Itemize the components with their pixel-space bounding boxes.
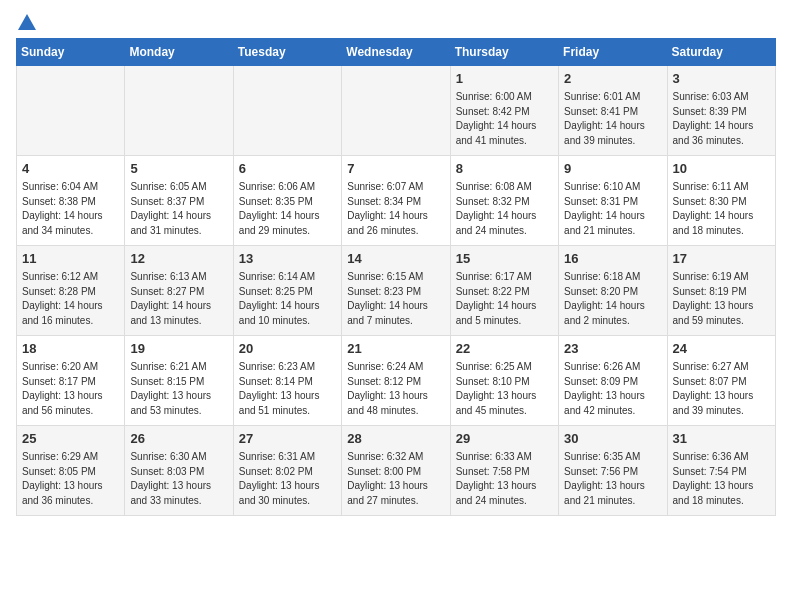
calendar-week-row: 4Sunrise: 6:04 AM Sunset: 8:38 PM Daylig… bbox=[17, 156, 776, 246]
day-number: 12 bbox=[130, 250, 227, 268]
calendar-cell: 21Sunrise: 6:24 AM Sunset: 8:12 PM Dayli… bbox=[342, 336, 450, 426]
day-info: Sunrise: 6:03 AM Sunset: 8:39 PM Dayligh… bbox=[673, 90, 770, 148]
day-number: 7 bbox=[347, 160, 444, 178]
calendar-cell: 27Sunrise: 6:31 AM Sunset: 8:02 PM Dayli… bbox=[233, 426, 341, 516]
day-number: 26 bbox=[130, 430, 227, 448]
calendar-cell: 4Sunrise: 6:04 AM Sunset: 8:38 PM Daylig… bbox=[17, 156, 125, 246]
header-thursday: Thursday bbox=[450, 39, 558, 66]
day-number: 30 bbox=[564, 430, 661, 448]
day-info: Sunrise: 6:15 AM Sunset: 8:23 PM Dayligh… bbox=[347, 270, 444, 328]
calendar-cell: 18Sunrise: 6:20 AM Sunset: 8:17 PM Dayli… bbox=[17, 336, 125, 426]
day-info: Sunrise: 6:32 AM Sunset: 8:00 PM Dayligh… bbox=[347, 450, 444, 508]
day-number: 5 bbox=[130, 160, 227, 178]
day-info: Sunrise: 6:13 AM Sunset: 8:27 PM Dayligh… bbox=[130, 270, 227, 328]
calendar-header-row: SundayMondayTuesdayWednesdayThursdayFrid… bbox=[17, 39, 776, 66]
logo bbox=[16, 16, 36, 30]
day-number: 24 bbox=[673, 340, 770, 358]
day-number: 4 bbox=[22, 160, 119, 178]
day-number: 17 bbox=[673, 250, 770, 268]
calendar-cell bbox=[17, 66, 125, 156]
calendar-cell: 22Sunrise: 6:25 AM Sunset: 8:10 PM Dayli… bbox=[450, 336, 558, 426]
day-number: 1 bbox=[456, 70, 553, 88]
header-saturday: Saturday bbox=[667, 39, 775, 66]
day-info: Sunrise: 6:24 AM Sunset: 8:12 PM Dayligh… bbox=[347, 360, 444, 418]
calendar-cell: 26Sunrise: 6:30 AM Sunset: 8:03 PM Dayli… bbox=[125, 426, 233, 516]
calendar-cell: 25Sunrise: 6:29 AM Sunset: 8:05 PM Dayli… bbox=[17, 426, 125, 516]
calendar-cell: 9Sunrise: 6:10 AM Sunset: 8:31 PM Daylig… bbox=[559, 156, 667, 246]
calendar-cell bbox=[233, 66, 341, 156]
day-info: Sunrise: 6:14 AM Sunset: 8:25 PM Dayligh… bbox=[239, 270, 336, 328]
day-info: Sunrise: 6:18 AM Sunset: 8:20 PM Dayligh… bbox=[564, 270, 661, 328]
day-number: 16 bbox=[564, 250, 661, 268]
day-number: 11 bbox=[22, 250, 119, 268]
header-wednesday: Wednesday bbox=[342, 39, 450, 66]
day-info: Sunrise: 6:10 AM Sunset: 8:31 PM Dayligh… bbox=[564, 180, 661, 238]
day-number: 10 bbox=[673, 160, 770, 178]
day-number: 2 bbox=[564, 70, 661, 88]
day-info: Sunrise: 6:04 AM Sunset: 8:38 PM Dayligh… bbox=[22, 180, 119, 238]
day-number: 20 bbox=[239, 340, 336, 358]
day-number: 22 bbox=[456, 340, 553, 358]
header-monday: Monday bbox=[125, 39, 233, 66]
calendar-cell: 29Sunrise: 6:33 AM Sunset: 7:58 PM Dayli… bbox=[450, 426, 558, 516]
day-info: Sunrise: 6:07 AM Sunset: 8:34 PM Dayligh… bbox=[347, 180, 444, 238]
day-number: 27 bbox=[239, 430, 336, 448]
calendar-cell: 30Sunrise: 6:35 AM Sunset: 7:56 PM Dayli… bbox=[559, 426, 667, 516]
day-info: Sunrise: 6:26 AM Sunset: 8:09 PM Dayligh… bbox=[564, 360, 661, 418]
calendar-cell: 20Sunrise: 6:23 AM Sunset: 8:14 PM Dayli… bbox=[233, 336, 341, 426]
day-info: Sunrise: 6:35 AM Sunset: 7:56 PM Dayligh… bbox=[564, 450, 661, 508]
calendar-cell: 11Sunrise: 6:12 AM Sunset: 8:28 PM Dayli… bbox=[17, 246, 125, 336]
day-info: Sunrise: 6:29 AM Sunset: 8:05 PM Dayligh… bbox=[22, 450, 119, 508]
day-number: 8 bbox=[456, 160, 553, 178]
day-info: Sunrise: 6:05 AM Sunset: 8:37 PM Dayligh… bbox=[130, 180, 227, 238]
day-info: Sunrise: 6:30 AM Sunset: 8:03 PM Dayligh… bbox=[130, 450, 227, 508]
logo-icon bbox=[18, 14, 36, 30]
day-info: Sunrise: 6:11 AM Sunset: 8:30 PM Dayligh… bbox=[673, 180, 770, 238]
page-header bbox=[16, 16, 776, 30]
day-info: Sunrise: 6:06 AM Sunset: 8:35 PM Dayligh… bbox=[239, 180, 336, 238]
day-number: 23 bbox=[564, 340, 661, 358]
calendar-cell: 15Sunrise: 6:17 AM Sunset: 8:22 PM Dayli… bbox=[450, 246, 558, 336]
header-sunday: Sunday bbox=[17, 39, 125, 66]
day-info: Sunrise: 6:36 AM Sunset: 7:54 PM Dayligh… bbox=[673, 450, 770, 508]
day-number: 13 bbox=[239, 250, 336, 268]
day-info: Sunrise: 6:19 AM Sunset: 8:19 PM Dayligh… bbox=[673, 270, 770, 328]
day-info: Sunrise: 6:31 AM Sunset: 8:02 PM Dayligh… bbox=[239, 450, 336, 508]
day-number: 9 bbox=[564, 160, 661, 178]
day-info: Sunrise: 6:23 AM Sunset: 8:14 PM Dayligh… bbox=[239, 360, 336, 418]
day-info: Sunrise: 6:08 AM Sunset: 8:32 PM Dayligh… bbox=[456, 180, 553, 238]
day-number: 31 bbox=[673, 430, 770, 448]
calendar-cell: 12Sunrise: 6:13 AM Sunset: 8:27 PM Dayli… bbox=[125, 246, 233, 336]
header-tuesday: Tuesday bbox=[233, 39, 341, 66]
calendar-cell bbox=[125, 66, 233, 156]
day-info: Sunrise: 6:00 AM Sunset: 8:42 PM Dayligh… bbox=[456, 90, 553, 148]
day-info: Sunrise: 6:21 AM Sunset: 8:15 PM Dayligh… bbox=[130, 360, 227, 418]
calendar-week-row: 1Sunrise: 6:00 AM Sunset: 8:42 PM Daylig… bbox=[17, 66, 776, 156]
day-info: Sunrise: 6:33 AM Sunset: 7:58 PM Dayligh… bbox=[456, 450, 553, 508]
calendar-cell: 2Sunrise: 6:01 AM Sunset: 8:41 PM Daylig… bbox=[559, 66, 667, 156]
day-number: 6 bbox=[239, 160, 336, 178]
calendar-cell: 24Sunrise: 6:27 AM Sunset: 8:07 PM Dayli… bbox=[667, 336, 775, 426]
day-number: 21 bbox=[347, 340, 444, 358]
calendar-week-row: 18Sunrise: 6:20 AM Sunset: 8:17 PM Dayli… bbox=[17, 336, 776, 426]
day-info: Sunrise: 6:01 AM Sunset: 8:41 PM Dayligh… bbox=[564, 90, 661, 148]
day-info: Sunrise: 6:12 AM Sunset: 8:28 PM Dayligh… bbox=[22, 270, 119, 328]
svg-marker-0 bbox=[18, 14, 36, 30]
calendar-cell bbox=[342, 66, 450, 156]
day-info: Sunrise: 6:25 AM Sunset: 8:10 PM Dayligh… bbox=[456, 360, 553, 418]
day-number: 25 bbox=[22, 430, 119, 448]
day-info: Sunrise: 6:27 AM Sunset: 8:07 PM Dayligh… bbox=[673, 360, 770, 418]
day-info: Sunrise: 6:20 AM Sunset: 8:17 PM Dayligh… bbox=[22, 360, 119, 418]
day-number: 19 bbox=[130, 340, 227, 358]
calendar-cell: 7Sunrise: 6:07 AM Sunset: 8:34 PM Daylig… bbox=[342, 156, 450, 246]
day-number: 3 bbox=[673, 70, 770, 88]
calendar-cell: 10Sunrise: 6:11 AM Sunset: 8:30 PM Dayli… bbox=[667, 156, 775, 246]
day-number: 15 bbox=[456, 250, 553, 268]
calendar-cell: 23Sunrise: 6:26 AM Sunset: 8:09 PM Dayli… bbox=[559, 336, 667, 426]
calendar-cell: 13Sunrise: 6:14 AM Sunset: 8:25 PM Dayli… bbox=[233, 246, 341, 336]
calendar-table: SundayMondayTuesdayWednesdayThursdayFrid… bbox=[16, 38, 776, 516]
calendar-week-row: 11Sunrise: 6:12 AM Sunset: 8:28 PM Dayli… bbox=[17, 246, 776, 336]
day-number: 29 bbox=[456, 430, 553, 448]
day-number: 14 bbox=[347, 250, 444, 268]
calendar-cell: 6Sunrise: 6:06 AM Sunset: 8:35 PM Daylig… bbox=[233, 156, 341, 246]
